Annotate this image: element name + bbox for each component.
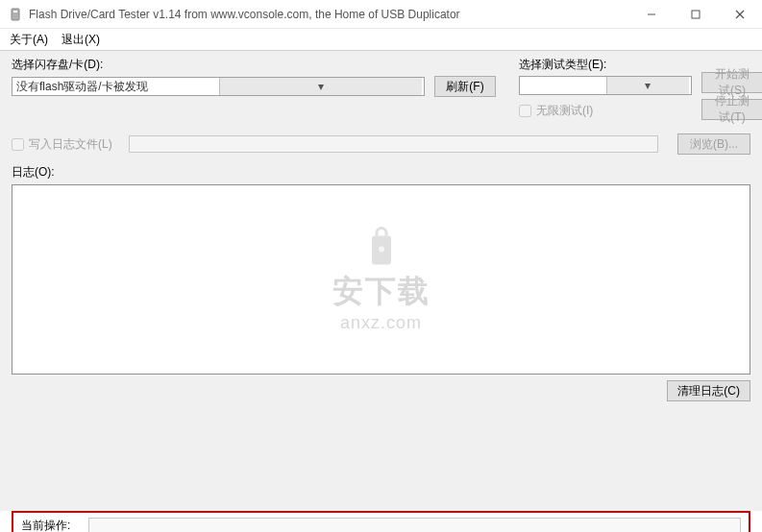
- svg-rect-3: [692, 11, 700, 18]
- write-log-checkbox: 写入日志文件(L): [12, 136, 119, 153]
- clear-log-button[interactable]: 清理日志(C): [667, 380, 750, 401]
- svg-rect-0: [12, 9, 19, 20]
- log-textarea[interactable]: 安下载 anxz.com: [12, 184, 750, 375]
- start-test-button[interactable]: 开始测试(S): [701, 72, 762, 93]
- maximize-button[interactable]: [674, 0, 718, 28]
- app-icon: [8, 7, 23, 22]
- log-label: 日志(O):: [12, 164, 750, 181]
- minimize-button[interactable]: [629, 0, 674, 28]
- chevron-down-icon: ▾: [606, 77, 690, 94]
- write-log-label: 写入日志文件(L): [29, 136, 112, 153]
- menu-exit[interactable]: 退出(X): [61, 32, 100, 48]
- stop-test-button[interactable]: 停止测试(T): [701, 99, 762, 120]
- drive-dropdown-value: 没有flash驱动器/卡被发现: [16, 79, 219, 95]
- close-button[interactable]: [718, 0, 762, 28]
- unlimited-test-label: 无限测试(I): [536, 103, 593, 119]
- current-op-label: 当前操作:: [21, 518, 88, 533]
- select-drive-label: 选择闪存盘/卡(D):: [12, 57, 504, 73]
- chevron-down-icon: ▾: [219, 78, 423, 95]
- log-path-field: [129, 135, 658, 153]
- unlimited-test-input: [519, 105, 531, 117]
- status-panel: 当前操作: 最后错误: 错误计数: 设备映射: 图例: 未经测试: 可回收的读取…: [12, 511, 750, 532]
- drive-dropdown[interactable]: 没有flash驱动器/卡被发现 ▾: [12, 77, 425, 96]
- test-type-label: 选择测试类型(E):: [519, 57, 692, 73]
- svg-point-6: [379, 247, 384, 253]
- browse-button[interactable]: 浏览(B)...: [677, 133, 750, 155]
- write-log-input: [12, 138, 24, 151]
- window-title: Flash Drive/Card Tester v1.14 from www.v…: [29, 8, 629, 21]
- test-type-dropdown[interactable]: ▾: [519, 76, 692, 95]
- menu-about[interactable]: 关于(A): [10, 32, 48, 48]
- watermark: 安下载 anxz.com: [332, 227, 430, 333]
- current-op-field: [88, 518, 741, 532]
- svg-rect-1: [13, 11, 17, 12]
- refresh-button[interactable]: 刷新(F): [434, 76, 496, 97]
- unlimited-test-checkbox: 无限测试(I): [519, 103, 593, 119]
